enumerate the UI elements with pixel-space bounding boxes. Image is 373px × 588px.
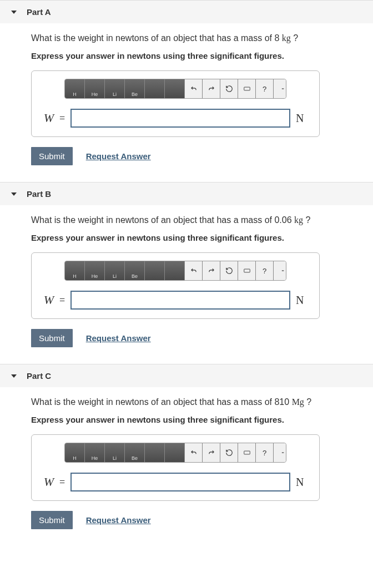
svg-rect-14 — [282, 452, 284, 453]
answer-box: HHeLiBe?W=N — [31, 434, 320, 501]
toolbar-templates-button[interactable]: H — [65, 261, 85, 280]
answer-input-row: W=N — [39, 291, 311, 310]
submit-button[interactable]: Submit — [31, 329, 73, 347]
redo-icon[interactable] — [203, 79, 220, 98]
toolbar-templates-button[interactable]: H — [65, 79, 85, 98]
request-answer-link[interactable]: Request Answer — [86, 151, 151, 161]
toolbar-chem-button[interactable] — [145, 443, 165, 462]
variable-label: W — [39, 293, 54, 307]
undo-icon[interactable] — [185, 443, 203, 462]
question-text: What is the weight in newtons of an obje… — [31, 215, 362, 225]
instruction-text: Express your answer in newtons using thr… — [31, 415, 362, 424]
help-icon[interactable]: ? — [256, 261, 274, 280]
answer-input[interactable] — [70, 473, 290, 491]
svg-rect-10 — [244, 451, 250, 454]
question-prefix: What is the weight in newtons of an obje… — [31, 397, 274, 407]
equation-toolbar: HHeLiBe? — [64, 79, 286, 99]
mass-unit: kg — [282, 33, 291, 43]
redo-icon[interactable] — [203, 443, 220, 462]
mass-value: 0.06 — [274, 215, 291, 225]
equation-toolbar: HHeLiBe? — [64, 443, 286, 463]
toolbar-templates-button[interactable]: H — [65, 443, 85, 462]
request-answer-link[interactable]: Request Answer — [86, 333, 151, 343]
question-suffix: ? — [303, 215, 310, 225]
answer-input[interactable] — [70, 291, 290, 310]
action-row: SubmitRequest Answer — [31, 147, 362, 165]
part-body: What is the weight in newtons of an obje… — [0, 387, 373, 535]
part-header[interactable]: Part A — [0, 0, 373, 23]
answer-unit: N — [296, 294, 311, 307]
keyboard-icon[interactable] — [238, 79, 256, 98]
toolbar-extra-button[interactable] — [165, 79, 185, 98]
part-section: Part BWhat is the weight in newtons of a… — [0, 182, 373, 353]
part-body: What is the weight in newtons of an obje… — [0, 205, 373, 353]
question-text: What is the weight in newtons of an obje… — [31, 33, 362, 43]
toolbar-script-button[interactable]: Li — [105, 261, 125, 280]
part-header[interactable]: Part B — [0, 182, 373, 205]
toolbar-vector-button[interactable]: Be — [125, 261, 145, 280]
action-row: SubmitRequest Answer — [31, 511, 362, 529]
toolbar-script-button[interactable]: Li — [105, 443, 125, 462]
instruction-text: Express your answer in newtons using thr… — [31, 51, 362, 60]
keyboard-icon[interactable] — [238, 261, 256, 280]
help-icon[interactable]: ? — [256, 443, 274, 462]
svg-rect-9 — [282, 270, 284, 271]
toolbar-symbols-button[interactable]: He — [85, 261, 105, 280]
more-icon[interactable] — [274, 261, 286, 280]
answer-box: HHeLiBe?W=N — [31, 70, 320, 137]
undo-icon[interactable] — [185, 261, 203, 280]
question-prefix: What is the weight in newtons of an obje… — [31, 33, 274, 43]
question-text: What is the weight in newtons of an obje… — [31, 397, 362, 407]
instruction-text: Express your answer in newtons using thr… — [31, 233, 362, 242]
more-icon[interactable] — [274, 79, 286, 98]
part-title: Part C — [27, 371, 51, 381]
more-icon[interactable] — [274, 443, 286, 462]
reset-icon[interactable] — [220, 443, 238, 462]
toolbar-vector-button[interactable]: Be — [125, 79, 145, 98]
part-header[interactable]: Part C — [0, 364, 373, 387]
help-icon[interactable]: ? — [256, 79, 274, 98]
submit-button[interactable]: Submit — [31, 511, 73, 529]
caret-down-icon — [11, 374, 17, 378]
answer-unit: N — [296, 476, 311, 489]
svg-rect-0 — [244, 87, 250, 90]
question-suffix: ? — [304, 397, 311, 407]
mass-unit: Mg — [292, 397, 304, 407]
variable-label: W — [39, 111, 54, 125]
caret-down-icon — [11, 11, 17, 14]
submit-button[interactable]: Submit — [31, 147, 73, 165]
mass-value: 8 — [274, 33, 279, 43]
toolbar-symbols-button[interactable]: He — [85, 79, 105, 98]
answer-input-row: W=N — [39, 473, 311, 491]
answer-input-row: W=N — [39, 109, 311, 128]
reset-icon[interactable] — [220, 261, 238, 280]
redo-icon[interactable] — [203, 261, 220, 280]
mass-value: 810 — [274, 397, 289, 407]
answer-box: HHeLiBe?W=N — [31, 252, 320, 319]
part-section: Part AWhat is the weight in newtons of a… — [0, 0, 373, 171]
equation-toolbar: HHeLiBe? — [64, 261, 286, 281]
toolbar-extra-button[interactable] — [165, 443, 185, 462]
svg-rect-4 — [282, 88, 284, 89]
reset-icon[interactable] — [220, 79, 238, 98]
answer-input[interactable] — [70, 109, 290, 128]
mass-unit: kg — [294, 215, 303, 225]
keyboard-icon[interactable] — [238, 443, 256, 462]
question-suffix: ? — [291, 33, 298, 43]
toolbar-script-button[interactable]: Li — [105, 79, 125, 98]
toolbar-chem-button[interactable] — [145, 261, 165, 280]
part-body: What is the weight in newtons of an obje… — [0, 23, 373, 171]
undo-icon[interactable] — [185, 79, 203, 98]
answer-unit: N — [296, 112, 311, 125]
toolbar-symbols-button[interactable]: He — [85, 443, 105, 462]
toolbar-extra-button[interactable] — [165, 261, 185, 280]
equals-sign: = — [59, 477, 65, 488]
action-row: SubmitRequest Answer — [31, 329, 362, 347]
question-prefix: What is the weight in newtons of an obje… — [31, 215, 274, 225]
toolbar-chem-button[interactable] — [145, 79, 165, 98]
request-answer-link[interactable]: Request Answer — [86, 515, 151, 525]
part-title: Part B — [27, 189, 51, 199]
variable-label: W — [39, 475, 54, 489]
toolbar-vector-button[interactable]: Be — [125, 443, 145, 462]
equals-sign: = — [59, 295, 65, 306]
